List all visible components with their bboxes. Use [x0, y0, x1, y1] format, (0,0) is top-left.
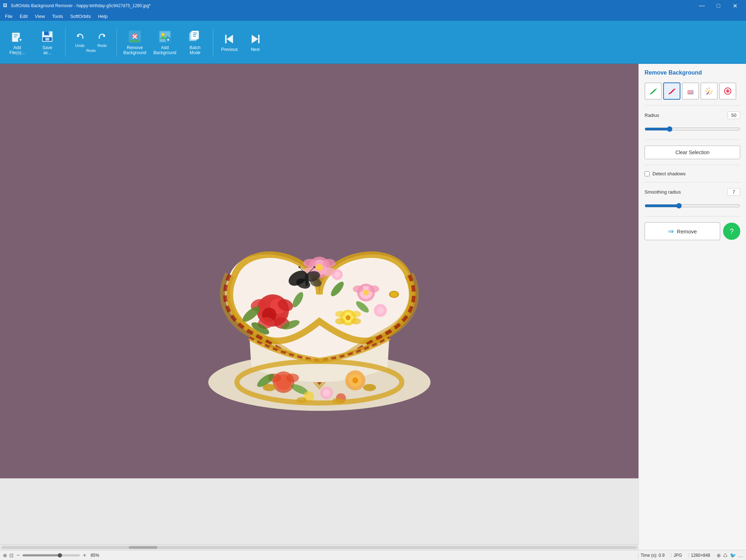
svg-point-84 — [286, 374, 299, 382]
svg-rect-33 — [258, 35, 260, 43]
remove-bg-label: Remove Background — [123, 45, 146, 55]
tool-buttons — [645, 82, 740, 100]
zoom-select-icon[interactable]: ⊡ — [9, 552, 14, 558]
remove-background-button[interactable]: Remove Background — [120, 24, 149, 60]
status-icon-4[interactable]: … — [738, 552, 743, 558]
canvas-image — [0, 64, 638, 550]
menu-help[interactable]: Help — [94, 13, 111, 20]
h-scrollbar[interactable] — [0, 544, 638, 550]
svg-point-100 — [332, 398, 342, 404]
svg-rect-2 — [14, 37, 16, 37]
remove-label: Remove — [677, 228, 697, 234]
svg-line-112 — [707, 89, 708, 90]
svg-marker-114 — [708, 90, 711, 92]
divider-2 — [645, 139, 740, 140]
detect-shadows-checkbox[interactable] — [645, 171, 650, 176]
svg-point-104 — [669, 93, 670, 94]
zoom-minus-button[interactable]: − — [16, 552, 20, 559]
zoom-slider-fill — [23, 554, 60, 556]
save-as-button[interactable]: Save as... — [33, 24, 62, 60]
svg-point-20 — [161, 33, 165, 36]
eraser-tool[interactable] — [682, 82, 699, 100]
remove-arrow-icon: ⇒ — [668, 227, 674, 236]
erase-brush-tool[interactable] — [663, 82, 680, 100]
zoom-slider-track[interactable] — [23, 554, 80, 556]
detect-shadows-label[interactable]: Detect shadows — [652, 171, 686, 176]
svg-rect-15 — [130, 40, 140, 42]
svg-point-77 — [377, 307, 384, 314]
menu-view[interactable]: View — [31, 13, 48, 20]
svg-point-69 — [346, 315, 351, 320]
statusbar-right: Time (s): 0.9 JPG 1280×848 ⊕ ♺ 🐦 … — [638, 552, 743, 558]
batch-label: Batch Mode — [190, 45, 201, 55]
detect-shadows-row: Detect shadows — [645, 171, 740, 176]
h-scrollbar-thumb[interactable] — [129, 546, 157, 549]
image-svg — [172, 181, 466, 432]
zoom-fit-icon[interactable]: ⊕ — [3, 552, 7, 558]
status-time: Time (s): 0.9 — [638, 553, 667, 558]
menu-file[interactable]: File — [1, 13, 16, 20]
radius-slider[interactable] — [645, 125, 740, 133]
status-format: JPG — [671, 553, 684, 558]
menu-tools[interactable]: Tools — [48, 13, 66, 20]
svg-point-102 — [650, 93, 651, 94]
batch-mode-button[interactable]: Batch Mode — [181, 24, 209, 60]
statusbar-left: ⊕ ⊡ − + 85% — [3, 552, 638, 559]
smoothing-slider-container[interactable] — [645, 202, 740, 210]
help-button[interactable]: ? — [723, 223, 740, 240]
draw-brush-tool[interactable] — [645, 82, 662, 100]
status-icon-2[interactable]: ♺ — [723, 552, 728, 558]
divider-4 — [645, 182, 740, 182]
svg-point-14 — [132, 33, 137, 38]
remove-background-icon — [128, 29, 142, 44]
toolbar: Add File(s)... Save as... Undo — [0, 21, 746, 64]
status-icon-1[interactable]: ⊕ — [717, 552, 721, 558]
menu-edit[interactable]: Edit — [16, 13, 31, 20]
window-title: SoftOrbits Background Remover - happy-bi… — [11, 3, 694, 8]
svg-point-66 — [369, 285, 379, 293]
add-background-button[interactable]: Add Background — [151, 24, 179, 60]
separator-3 — [213, 28, 213, 57]
canvas-area[interactable] — [0, 64, 638, 550]
divider-5 — [645, 216, 740, 217]
add-files-label: Add File(s)... — [9, 45, 25, 55]
menubar: File Edit View Tools SoftOrbits Help — [0, 11, 746, 21]
panel-title: Remove Background — [645, 70, 740, 76]
previous-button[interactable]: Previous — [217, 26, 242, 58]
remove-button[interactable]: ⇒ Remove — [645, 222, 720, 240]
redo-button[interactable]: Redo — [91, 32, 113, 48]
minimize-button[interactable]: — — [694, 0, 710, 11]
zoom-plus-button[interactable]: + — [82, 552, 87, 559]
divider-1 — [645, 105, 740, 106]
svg-point-49 — [303, 259, 316, 267]
zoom-slider-thumb[interactable] — [58, 553, 62, 557]
undo-button[interactable]: Undo — [69, 32, 91, 48]
status-dimensions: 1280×848 — [688, 553, 712, 558]
canvas-bottom-strip — [0, 478, 638, 550]
svg-point-50 — [323, 259, 336, 267]
add-files-button[interactable]: Add File(s)... — [3, 24, 32, 60]
close-button[interactable]: ✕ — [727, 0, 743, 11]
save-as-label: Save as... — [42, 45, 52, 55]
magic-wand-tool[interactable] — [700, 82, 718, 100]
svg-rect-29 — [193, 36, 196, 37]
svg-point-72 — [335, 318, 345, 324]
svg-point-71 — [351, 311, 361, 317]
svg-point-61 — [313, 266, 315, 268]
svg-point-91 — [323, 389, 330, 397]
status-icon-3[interactable]: 🐦 — [730, 552, 736, 558]
svg-rect-106 — [688, 90, 690, 94]
next-button[interactable]: Next — [243, 26, 268, 58]
svg-rect-8 — [49, 31, 51, 34]
svg-marker-30 — [227, 35, 233, 43]
maximize-button[interactable]: □ — [710, 0, 727, 11]
menu-softorbits[interactable]: SoftOrbits — [67, 13, 95, 20]
window-controls: — □ ✕ — [694, 0, 743, 11]
radius-slider-container[interactable] — [645, 125, 740, 134]
restore-tool[interactable] — [719, 82, 736, 100]
undo-redo-group: Undo Redo Redo — [69, 32, 113, 53]
smoothing-slider[interactable] — [645, 202, 740, 209]
svg-point-60 — [298, 266, 300, 268]
clear-selection-button[interactable]: Clear Selection — [645, 146, 740, 159]
redo-label: Redo — [86, 48, 96, 53]
